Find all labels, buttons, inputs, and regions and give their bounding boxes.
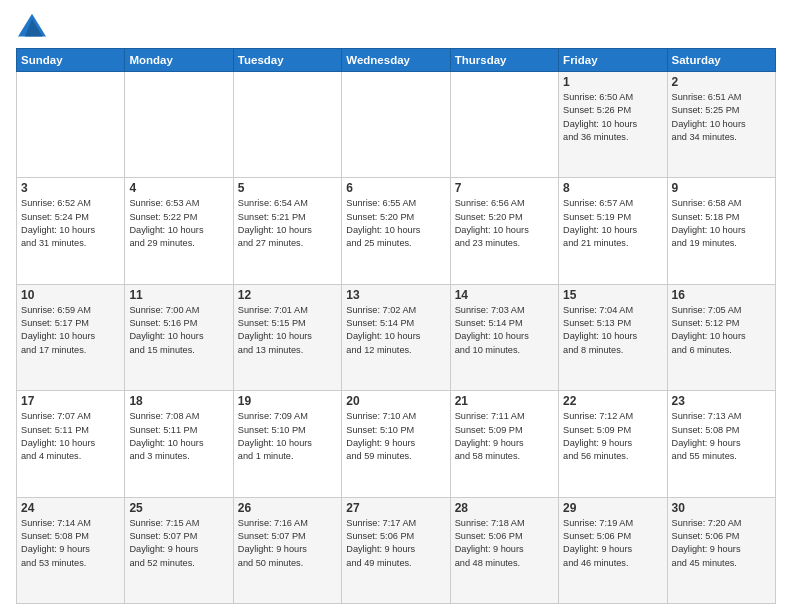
day-number: 30	[672, 501, 771, 515]
calendar-cell: 23Sunrise: 7:13 AMSunset: 5:08 PMDayligh…	[667, 391, 775, 497]
calendar-cell: 1Sunrise: 6:50 AMSunset: 5:26 PMDaylight…	[559, 72, 667, 178]
calendar-cell: 21Sunrise: 7:11 AMSunset: 5:09 PMDayligh…	[450, 391, 558, 497]
day-number: 25	[129, 501, 228, 515]
weekday-header-friday: Friday	[559, 49, 667, 72]
day-info: Sunrise: 7:18 AMSunset: 5:06 PMDaylight:…	[455, 517, 554, 570]
calendar-cell: 16Sunrise: 7:05 AMSunset: 5:12 PMDayligh…	[667, 284, 775, 390]
day-info: Sunrise: 6:53 AMSunset: 5:22 PMDaylight:…	[129, 197, 228, 250]
weekday-header-wednesday: Wednesday	[342, 49, 450, 72]
day-info: Sunrise: 6:51 AMSunset: 5:25 PMDaylight:…	[672, 91, 771, 144]
day-info: Sunrise: 7:15 AMSunset: 5:07 PMDaylight:…	[129, 517, 228, 570]
calendar-week-row: 1Sunrise: 6:50 AMSunset: 5:26 PMDaylight…	[17, 72, 776, 178]
day-info: Sunrise: 7:13 AMSunset: 5:08 PMDaylight:…	[672, 410, 771, 463]
calendar-cell: 30Sunrise: 7:20 AMSunset: 5:06 PMDayligh…	[667, 497, 775, 603]
calendar-cell	[233, 72, 341, 178]
logo-icon	[16, 12, 48, 40]
day-info: Sunrise: 6:56 AMSunset: 5:20 PMDaylight:…	[455, 197, 554, 250]
day-info: Sunrise: 6:55 AMSunset: 5:20 PMDaylight:…	[346, 197, 445, 250]
calendar-cell: 6Sunrise: 6:55 AMSunset: 5:20 PMDaylight…	[342, 178, 450, 284]
calendar-week-row: 17Sunrise: 7:07 AMSunset: 5:11 PMDayligh…	[17, 391, 776, 497]
weekday-header-tuesday: Tuesday	[233, 49, 341, 72]
day-number: 22	[563, 394, 662, 408]
day-number: 1	[563, 75, 662, 89]
page: SundayMondayTuesdayWednesdayThursdayFrid…	[0, 0, 792, 612]
calendar-cell: 7Sunrise: 6:56 AMSunset: 5:20 PMDaylight…	[450, 178, 558, 284]
day-number: 18	[129, 394, 228, 408]
day-number: 11	[129, 288, 228, 302]
day-info: Sunrise: 7:07 AMSunset: 5:11 PMDaylight:…	[21, 410, 120, 463]
calendar-cell: 17Sunrise: 7:07 AMSunset: 5:11 PMDayligh…	[17, 391, 125, 497]
day-info: Sunrise: 7:10 AMSunset: 5:10 PMDaylight:…	[346, 410, 445, 463]
day-info: Sunrise: 7:00 AMSunset: 5:16 PMDaylight:…	[129, 304, 228, 357]
day-info: Sunrise: 7:08 AMSunset: 5:11 PMDaylight:…	[129, 410, 228, 463]
day-info: Sunrise: 6:59 AMSunset: 5:17 PMDaylight:…	[21, 304, 120, 357]
calendar-cell	[17, 72, 125, 178]
day-number: 26	[238, 501, 337, 515]
day-number: 10	[21, 288, 120, 302]
day-info: Sunrise: 6:50 AMSunset: 5:26 PMDaylight:…	[563, 91, 662, 144]
day-number: 15	[563, 288, 662, 302]
calendar-cell: 13Sunrise: 7:02 AMSunset: 5:14 PMDayligh…	[342, 284, 450, 390]
day-number: 6	[346, 181, 445, 195]
day-number: 19	[238, 394, 337, 408]
calendar-cell: 20Sunrise: 7:10 AMSunset: 5:10 PMDayligh…	[342, 391, 450, 497]
calendar-cell	[125, 72, 233, 178]
calendar-week-row: 3Sunrise: 6:52 AMSunset: 5:24 PMDaylight…	[17, 178, 776, 284]
calendar-cell: 27Sunrise: 7:17 AMSunset: 5:06 PMDayligh…	[342, 497, 450, 603]
calendar-cell: 14Sunrise: 7:03 AMSunset: 5:14 PMDayligh…	[450, 284, 558, 390]
day-info: Sunrise: 7:20 AMSunset: 5:06 PMDaylight:…	[672, 517, 771, 570]
day-number: 23	[672, 394, 771, 408]
weekday-header-thursday: Thursday	[450, 49, 558, 72]
day-number: 12	[238, 288, 337, 302]
day-number: 17	[21, 394, 120, 408]
day-number: 29	[563, 501, 662, 515]
calendar-cell: 19Sunrise: 7:09 AMSunset: 5:10 PMDayligh…	[233, 391, 341, 497]
day-info: Sunrise: 7:12 AMSunset: 5:09 PMDaylight:…	[563, 410, 662, 463]
calendar-cell	[450, 72, 558, 178]
day-number: 13	[346, 288, 445, 302]
calendar-cell: 18Sunrise: 7:08 AMSunset: 5:11 PMDayligh…	[125, 391, 233, 497]
calendar-cell: 3Sunrise: 6:52 AMSunset: 5:24 PMDaylight…	[17, 178, 125, 284]
day-number: 28	[455, 501, 554, 515]
calendar-cell: 9Sunrise: 6:58 AMSunset: 5:18 PMDaylight…	[667, 178, 775, 284]
calendar-cell: 12Sunrise: 7:01 AMSunset: 5:15 PMDayligh…	[233, 284, 341, 390]
day-info: Sunrise: 6:54 AMSunset: 5:21 PMDaylight:…	[238, 197, 337, 250]
calendar-cell: 24Sunrise: 7:14 AMSunset: 5:08 PMDayligh…	[17, 497, 125, 603]
day-number: 27	[346, 501, 445, 515]
calendar-cell: 28Sunrise: 7:18 AMSunset: 5:06 PMDayligh…	[450, 497, 558, 603]
calendar-week-row: 24Sunrise: 7:14 AMSunset: 5:08 PMDayligh…	[17, 497, 776, 603]
day-number: 2	[672, 75, 771, 89]
day-number: 16	[672, 288, 771, 302]
day-info: Sunrise: 6:52 AMSunset: 5:24 PMDaylight:…	[21, 197, 120, 250]
calendar-cell: 5Sunrise: 6:54 AMSunset: 5:21 PMDaylight…	[233, 178, 341, 284]
day-info: Sunrise: 7:17 AMSunset: 5:06 PMDaylight:…	[346, 517, 445, 570]
day-number: 21	[455, 394, 554, 408]
day-number: 7	[455, 181, 554, 195]
day-info: Sunrise: 6:58 AMSunset: 5:18 PMDaylight:…	[672, 197, 771, 250]
calendar-cell: 10Sunrise: 6:59 AMSunset: 5:17 PMDayligh…	[17, 284, 125, 390]
weekday-header-row: SundayMondayTuesdayWednesdayThursdayFrid…	[17, 49, 776, 72]
calendar-cell: 25Sunrise: 7:15 AMSunset: 5:07 PMDayligh…	[125, 497, 233, 603]
day-info: Sunrise: 6:57 AMSunset: 5:19 PMDaylight:…	[563, 197, 662, 250]
calendar-cell: 8Sunrise: 6:57 AMSunset: 5:19 PMDaylight…	[559, 178, 667, 284]
day-number: 4	[129, 181, 228, 195]
calendar-table: SundayMondayTuesdayWednesdayThursdayFrid…	[16, 48, 776, 604]
day-info: Sunrise: 7:04 AMSunset: 5:13 PMDaylight:…	[563, 304, 662, 357]
day-number: 20	[346, 394, 445, 408]
day-number: 3	[21, 181, 120, 195]
day-info: Sunrise: 7:16 AMSunset: 5:07 PMDaylight:…	[238, 517, 337, 570]
header	[16, 12, 776, 40]
calendar-week-row: 10Sunrise: 6:59 AMSunset: 5:17 PMDayligh…	[17, 284, 776, 390]
day-info: Sunrise: 7:05 AMSunset: 5:12 PMDaylight:…	[672, 304, 771, 357]
day-info: Sunrise: 7:01 AMSunset: 5:15 PMDaylight:…	[238, 304, 337, 357]
day-info: Sunrise: 7:03 AMSunset: 5:14 PMDaylight:…	[455, 304, 554, 357]
calendar-cell: 22Sunrise: 7:12 AMSunset: 5:09 PMDayligh…	[559, 391, 667, 497]
day-info: Sunrise: 7:14 AMSunset: 5:08 PMDaylight:…	[21, 517, 120, 570]
calendar-cell: 2Sunrise: 6:51 AMSunset: 5:25 PMDaylight…	[667, 72, 775, 178]
calendar-cell: 29Sunrise: 7:19 AMSunset: 5:06 PMDayligh…	[559, 497, 667, 603]
day-number: 9	[672, 181, 771, 195]
day-number: 5	[238, 181, 337, 195]
calendar-cell: 11Sunrise: 7:00 AMSunset: 5:16 PMDayligh…	[125, 284, 233, 390]
weekday-header-saturday: Saturday	[667, 49, 775, 72]
day-number: 24	[21, 501, 120, 515]
